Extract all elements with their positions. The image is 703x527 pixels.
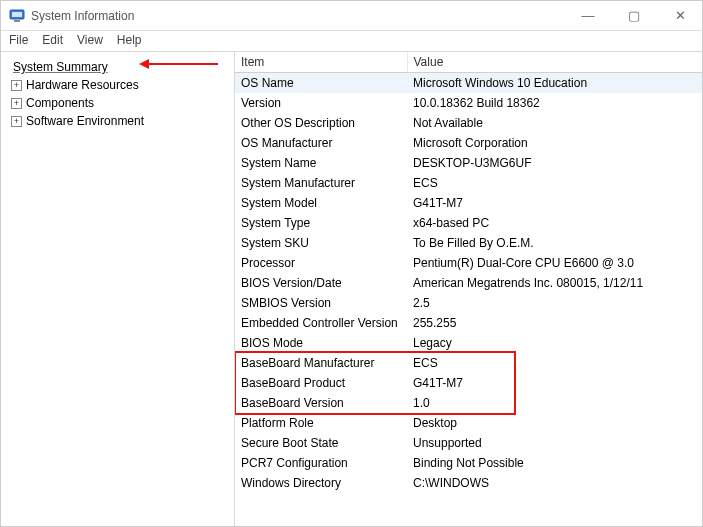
cell-item: BIOS Mode: [235, 333, 407, 353]
table-row[interactable]: System ModelG41T-M7: [235, 193, 702, 213]
cell-item: BaseBoard Product: [235, 373, 407, 393]
navigation-tree[interactable]: System Summary + Hardware Resources + Co…: [1, 52, 235, 527]
titlebar: System Information — ▢ ✕: [1, 1, 702, 31]
cell-item: Windows Directory: [235, 473, 407, 493]
cell-item: Processor: [235, 253, 407, 273]
cell-item: Platform Role: [235, 413, 407, 433]
minimize-button[interactable]: —: [574, 8, 602, 23]
cell-value: 2.5: [407, 293, 702, 313]
tree-item-components[interactable]: + Components: [5, 94, 230, 112]
tree-root-system-summary[interactable]: System Summary: [5, 58, 230, 76]
table-row[interactable]: SMBIOS Version2.5: [235, 293, 702, 313]
table-row[interactable]: BaseBoard ProductG41T-M7: [235, 373, 702, 393]
cell-item: BIOS Version/Date: [235, 273, 407, 293]
cell-item: BaseBoard Version: [235, 393, 407, 413]
close-button[interactable]: ✕: [666, 8, 694, 23]
table-row[interactable]: Embedded Controller Version255.255: [235, 313, 702, 333]
cell-item: Other OS Description: [235, 113, 407, 133]
maximize-button[interactable]: ▢: [620, 8, 648, 23]
cell-value: Binding Not Possible: [407, 453, 702, 473]
table-row[interactable]: System ManufacturerECS: [235, 173, 702, 193]
cell-item: System Type: [235, 213, 407, 233]
cell-value: American Megatrends Inc. 080015, 1/12/11: [407, 273, 702, 293]
cell-item: PCR7 Configuration: [235, 453, 407, 473]
cell-item: OS Name: [235, 73, 407, 94]
cell-value: 10.0.18362 Build 18362: [407, 93, 702, 113]
expander-icon[interactable]: +: [11, 116, 22, 127]
details-grid: Item Value OS NameMicrosoft Windows 10 E…: [235, 52, 702, 493]
table-row[interactable]: OS ManufacturerMicrosoft Corporation: [235, 133, 702, 153]
table-row[interactable]: Version10.0.18362 Build 18362: [235, 93, 702, 113]
tree-item-software-environment[interactable]: + Software Environment: [5, 112, 230, 130]
cell-item: System SKU: [235, 233, 407, 253]
cell-value: 1.0: [407, 393, 702, 413]
menubar: File Edit View Help: [1, 31, 702, 52]
table-row[interactable]: BIOS Version/DateAmerican Megatrends Inc…: [235, 273, 702, 293]
window-title: System Information: [31, 9, 134, 23]
cell-item: SMBIOS Version: [235, 293, 407, 313]
menu-help[interactable]: Help: [117, 33, 142, 47]
tree-item-label: Software Environment: [26, 114, 144, 128]
cell-value: Not Available: [407, 113, 702, 133]
table-row[interactable]: System SKUTo Be Filled By O.E.M.: [235, 233, 702, 253]
cell-value: ECS: [407, 173, 702, 193]
cell-value: ECS: [407, 353, 702, 373]
sysinfo-icon: [9, 8, 25, 24]
cell-value: DESKTOP-U3MG6UF: [407, 153, 702, 173]
cell-value: x64-based PC: [407, 213, 702, 233]
svg-rect-1: [12, 12, 22, 17]
cell-item: System Name: [235, 153, 407, 173]
column-header-item[interactable]: Item: [235, 52, 407, 73]
cell-value: Microsoft Windows 10 Education: [407, 73, 702, 94]
cell-item: Version: [235, 93, 407, 113]
cell-value: 255.255: [407, 313, 702, 333]
table-row[interactable]: Secure Boot StateUnsupported: [235, 433, 702, 453]
cell-value: Legacy: [407, 333, 702, 353]
cell-value: Microsoft Corporation: [407, 133, 702, 153]
cell-item: System Manufacturer: [235, 173, 407, 193]
table-row[interactable]: OS NameMicrosoft Windows 10 Education: [235, 73, 702, 94]
cell-value: Unsupported: [407, 433, 702, 453]
cell-value: G41T-M7: [407, 373, 702, 393]
cell-value: C:\WINDOWS: [407, 473, 702, 493]
cell-item: BaseBoard Manufacturer: [235, 353, 407, 373]
table-row[interactable]: BaseBoard ManufacturerECS: [235, 353, 702, 373]
menu-file[interactable]: File: [9, 33, 28, 47]
tree-item-label: Hardware Resources: [26, 78, 139, 92]
table-row[interactable]: System NameDESKTOP-U3MG6UF: [235, 153, 702, 173]
table-row[interactable]: BaseBoard Version1.0: [235, 393, 702, 413]
cell-value: Pentium(R) Dual-Core CPU E6600 @ 3.0: [407, 253, 702, 273]
menu-edit[interactable]: Edit: [42, 33, 63, 47]
svg-rect-2: [14, 20, 20, 22]
cell-value: Desktop: [407, 413, 702, 433]
column-header-value[interactable]: Value: [407, 52, 702, 73]
cell-item: OS Manufacturer: [235, 133, 407, 153]
cell-item: Embedded Controller Version: [235, 313, 407, 333]
cell-item: Secure Boot State: [235, 433, 407, 453]
table-row[interactable]: BIOS ModeLegacy: [235, 333, 702, 353]
expander-icon[interactable]: +: [11, 98, 22, 109]
table-row[interactable]: PCR7 ConfigurationBinding Not Possible: [235, 453, 702, 473]
menu-view[interactable]: View: [77, 33, 103, 47]
tree-item-hardware-resources[interactable]: + Hardware Resources: [5, 76, 230, 94]
table-row[interactable]: Windows DirectoryC:\WINDOWS: [235, 473, 702, 493]
table-row[interactable]: Platform RoleDesktop: [235, 413, 702, 433]
cell-value: To Be Filled By O.E.M.: [407, 233, 702, 253]
table-row[interactable]: ProcessorPentium(R) Dual-Core CPU E6600 …: [235, 253, 702, 273]
tree-item-label: Components: [26, 96, 94, 110]
expander-icon[interactable]: +: [11, 80, 22, 91]
cell-value: G41T-M7: [407, 193, 702, 213]
table-row[interactable]: Other OS DescriptionNot Available: [235, 113, 702, 133]
cell-item: System Model: [235, 193, 407, 213]
table-row[interactable]: System Typex64-based PC: [235, 213, 702, 233]
details-grid-wrap[interactable]: Item Value OS NameMicrosoft Windows 10 E…: [235, 52, 702, 527]
